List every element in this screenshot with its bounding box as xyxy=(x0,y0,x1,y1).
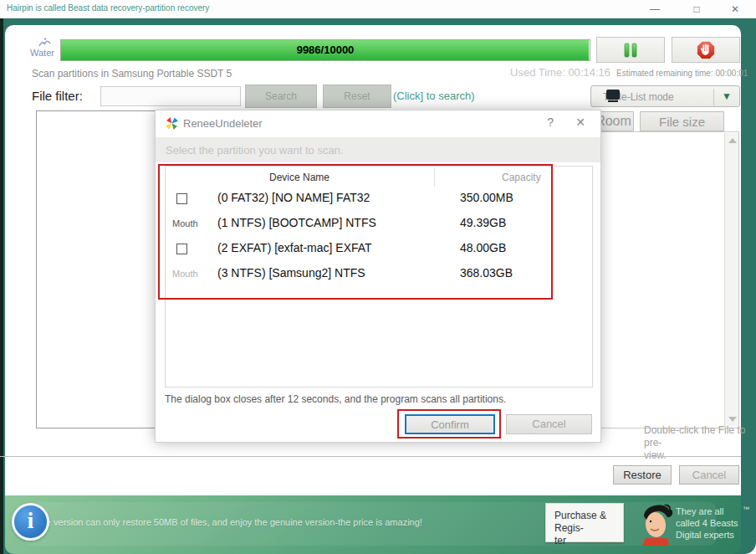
dialog-subtitle: Select the partition you want to scan. xyxy=(166,144,343,156)
pause-button[interactable] xyxy=(596,37,665,63)
maximize-icon: □ xyxy=(693,3,699,15)
column-header-capacity: Capacity xyxy=(502,172,541,183)
restore-button[interactable]: Restore xyxy=(613,465,672,485)
partition-table: Device Name Capacity (0 FAT32) [NO NAME]… xyxy=(165,166,593,387)
checkbox-checked-label[interactable]: Mouth xyxy=(172,218,198,228)
dialog-close-button[interactable]: ✕ xyxy=(575,115,585,129)
bottom-separator xyxy=(0,456,741,457)
partition-checkbox[interactable] xyxy=(176,244,187,254)
file-filter-label: File filter: xyxy=(32,89,83,103)
dialog-footer-note: The dialog box closes after 12 seconds, … xyxy=(165,393,506,405)
maximize-button[interactable]: □ xyxy=(684,0,709,18)
pause-icon xyxy=(622,43,639,58)
partition-checkbox[interactable] xyxy=(176,193,187,204)
dialog-subtitle-strip: Select the partition you want to scan. xyxy=(156,137,600,162)
window-title: Hairpin is called Beast data recovery-pa… xyxy=(7,3,209,13)
promo-text: The free version can only restore 50MB o… xyxy=(17,517,485,527)
info-icon: i xyxy=(12,503,49,541)
chevron-down-icon[interactable] xyxy=(728,417,737,422)
file-list-scrollbar[interactable] xyxy=(724,133,738,427)
table-list-mode-icon xyxy=(606,90,620,100)
file-filter-input[interactable] xyxy=(100,86,241,106)
view-mode-dropdown[interactable]: Table-List mode ▼ xyxy=(590,85,740,107)
water-icon xyxy=(37,37,54,48)
table-row[interactable]: (0 FAT32) [NO NAME] FAT32 350.00MB xyxy=(166,188,592,213)
minimize-button[interactable]: — xyxy=(642,0,667,18)
checkbox-checked-label[interactable]: Mouth xyxy=(172,269,198,279)
table-row[interactable]: (2 EXFAT) [exfat-mac] EXFAT 48.00GB xyxy=(166,239,592,264)
close-button[interactable]: ✕ xyxy=(723,0,748,18)
column-divider xyxy=(434,168,435,187)
water-label: Water xyxy=(30,48,54,58)
column-header-file-size[interactable]: File size xyxy=(640,111,724,131)
dialog-help-button[interactable]: ? xyxy=(547,115,554,129)
remaining-time-text: Estimated remaining time: 00:00:01 xyxy=(616,69,756,78)
partition-select-dialog: ReneeUndeleter ? ✕ Select the partition … xyxy=(155,110,601,443)
renee-undeleter-logo-icon xyxy=(165,116,179,131)
dialog-cancel-button[interactable]: Cancel xyxy=(506,414,592,434)
reset-button[interactable]: Reset xyxy=(323,85,391,108)
brand-tagline: They are all ™ called 4 Beasts Digital e… xyxy=(676,505,753,541)
cancel-button[interactable]: Cancel xyxy=(679,465,739,485)
table-row[interactable]: Mouth (3 NTFS) [Samsung2] NTFS 368.03GB xyxy=(166,264,592,289)
scan-status-text: Scan partitions in Samsung Portable SSDT… xyxy=(32,68,232,80)
chevron-up-icon[interactable] xyxy=(728,138,737,143)
dropdown-divider xyxy=(713,89,714,105)
table-row[interactable]: Mouth (1 NTFS) [BOOTCAMP] NTFS 49.39GB xyxy=(166,213,592,239)
chevron-down-icon: ▼ xyxy=(722,90,732,102)
minimize-icon: — xyxy=(650,3,660,15)
scan-progress-bar: 9986/10000 xyxy=(60,39,590,61)
confirm-button[interactable]: Confirm xyxy=(405,414,495,434)
stop-button[interactable] xyxy=(672,37,740,63)
trademark-symbol: ™ xyxy=(743,504,749,516)
column-header-device-name: Device Name xyxy=(166,172,433,183)
search-hint-text: (Click] to search) xyxy=(393,90,475,102)
titlebar: Hairpin is called Beast data recovery-pa… xyxy=(0,0,756,18)
search-button[interactable]: Search xyxy=(245,85,317,108)
progress-label: 9986/10000 xyxy=(61,40,590,60)
mascot-icon xyxy=(634,501,677,546)
close-icon: ✕ xyxy=(731,3,739,15)
used-time-text: Used Time: 00:14:16 xyxy=(468,66,610,79)
dialog-title: ReneeUndeleter xyxy=(183,117,263,130)
stop-icon xyxy=(696,40,716,60)
purchase-register-button[interactable]: Purchase & Regis- ter xyxy=(545,503,624,542)
